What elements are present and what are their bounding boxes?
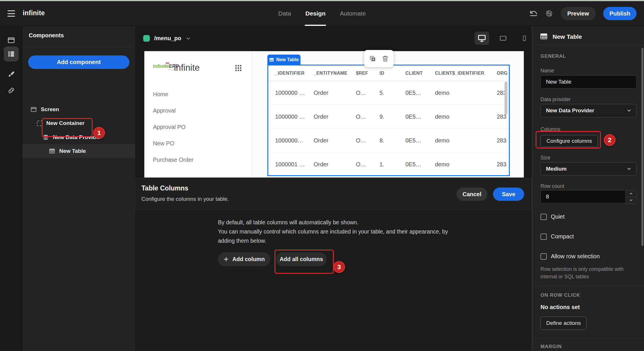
app-nav-item[interactable]: Purchase Order — [153, 152, 193, 168]
allow-row-selection-checkbox[interactable]: Allow row selection — [540, 253, 600, 260]
app-nav-item[interactable]: Home — [153, 86, 193, 103]
table-cell: Order — [314, 137, 356, 144]
undo-icon[interactable] — [530, 10, 538, 17]
components-panel: Components Add component Screen New Cont… — [22, 26, 135, 351]
quiet-label: Quiet — [551, 213, 565, 220]
chevron-down-icon — [626, 166, 632, 171]
table-cell: Order — [314, 90, 356, 96]
app-nav-item[interactable]: New PO — [153, 135, 193, 152]
tab-design[interactable]: Design — [305, 1, 326, 26]
table-cell: 0E5… — [405, 137, 435, 144]
name-input[interactable] — [540, 75, 637, 88]
publish-button[interactable]: Publish — [603, 7, 637, 20]
app-preview-title: infinite — [174, 63, 200, 73]
data-provider-icon — [43, 134, 49, 140]
table-icon — [269, 57, 274, 62]
divider — [532, 338, 644, 338]
app-nav-list: HomeApprovalApproval PONew POPurchase Or… — [153, 86, 193, 168]
stepper-down-icon[interactable] — [625, 197, 637, 204]
table-column-header: _IDENTIFIER — [275, 71, 314, 76]
theme-brush-icon[interactable] — [4, 67, 19, 82]
settings-scrollbar-thumb[interactable] — [641, 48, 643, 246]
preview-button[interactable]: Preview — [561, 7, 596, 20]
app-nav-item[interactable]: Approval PO — [153, 119, 193, 135]
tree-item-label: New Table — [59, 148, 86, 154]
drawer-subtitle: Configure the columns in your table. — [141, 196, 229, 202]
table-cell: 8. — [379, 137, 405, 144]
table-cell: O… — [356, 113, 379, 120]
table-row[interactable]: 1000000 …OrderO…9.0E5…demo283 — [268, 105, 509, 129]
define-actions-button[interactable]: Define actions — [540, 317, 586, 330]
compact-checkbox[interactable]: Compact — [540, 233, 574, 240]
table-cell: 283 — [497, 90, 510, 96]
device-preview-toggle — [474, 32, 532, 45]
components-layers-icon[interactable] — [4, 47, 19, 61]
screens-icon[interactable] — [4, 33, 19, 48]
add-all-columns-label: Add all columns — [280, 256, 323, 263]
add-component-button[interactable]: Add component — [28, 55, 129, 69]
row-selection-note: Row selection is only compatible with in… — [540, 265, 632, 280]
size-value: Medium — [546, 166, 567, 172]
left-icon-rail — [0, 26, 22, 351]
size-field-label: Size — [540, 155, 550, 161]
row-count-input[interactable] — [540, 190, 626, 203]
desktop-preview-icon[interactable] — [474, 32, 489, 45]
table-scrollbar-thumb[interactable] — [505, 82, 507, 115]
table-cell: Order — [314, 161, 356, 168]
tab-data[interactable]: Data — [278, 1, 292, 26]
table-cell: 1000000 … — [275, 113, 314, 120]
no-actions-text: No actions set — [540, 304, 580, 310]
tree-item-new-container[interactable]: New Container — [22, 116, 135, 130]
new-table-component[interactable]: _IDENTIFIER_ENTITYNAME$REFIDCLIENTCLIENT… — [267, 65, 510, 176]
stepper-up-icon[interactable] — [625, 190, 637, 197]
row-count-label: Row count — [540, 183, 564, 189]
annotation-badge-step3: 3 — [333, 261, 345, 273]
table-cell: demo — [435, 137, 497, 144]
tablet-preview-icon[interactable] — [496, 32, 511, 45]
app-offline-globe-icon[interactable] — [545, 9, 553, 18]
on-row-click-heading: ON ROW CLICK — [540, 292, 580, 298]
mobile-preview-icon[interactable] — [517, 32, 532, 45]
table-row[interactable]: 1000001 …OrderO…1.0E5…demo283 — [268, 153, 509, 176]
tree-item-new-data-provider[interactable]: New Data Provider — [22, 130, 135, 144]
navigation-link-icon[interactable] — [4, 83, 19, 98]
add-column-button[interactable]: Add column — [218, 252, 270, 266]
table-column-header: _ENTITYNAME — [314, 71, 356, 76]
table-column-header: CLIENT — [405, 71, 435, 76]
compact-label: Compact — [551, 233, 574, 240]
table-row[interactable]: 1000000…OrderO…8.0E5…demo283 — [268, 129, 509, 153]
duplicate-icon[interactable] — [369, 55, 376, 62]
infinity-logo-mark: ∞ — [166, 60, 169, 65]
app-nav-item[interactable]: Approval — [153, 103, 193, 119]
data-provider-select[interactable]: New Data Provider — [540, 104, 637, 117]
table-icon — [49, 148, 55, 154]
table-row[interactable]: 1000000 …OrderO…5.0E5…demo283 — [268, 81, 509, 105]
grid-dots-icon[interactable] — [234, 64, 242, 73]
cancel-button[interactable]: Cancel — [457, 188, 487, 201]
size-select[interactable]: Medium — [540, 162, 637, 176]
hamburger-menu-icon[interactable] — [7, 10, 15, 17]
columns-field-label: Columns — [540, 126, 560, 132]
delete-trash-icon[interactable] — [382, 55, 389, 62]
quiet-checkbox[interactable]: Quiet — [540, 213, 565, 220]
table-cell: O… — [356, 161, 379, 168]
tab-automate[interactable]: Automate — [339, 1, 366, 26]
table-cell: 1. — [379, 161, 405, 168]
row-count-stepper — [540, 190, 637, 203]
component-toolbar — [364, 50, 394, 67]
data-provider-label: Data provider — [540, 97, 571, 103]
selected-component-tab[interactable]: New Table — [267, 55, 300, 65]
configure-columns-button[interactable]: Configure columns — [540, 135, 598, 147]
divider — [22, 47, 135, 47]
route-status-dot — [143, 35, 150, 42]
tree-item-new-table[interactable]: New Table — [22, 144, 135, 158]
table-cell: O… — [356, 137, 379, 144]
container-icon — [37, 121, 42, 126]
table-cell: 0E5… — [405, 90, 435, 96]
save-button[interactable]: Save — [493, 188, 524, 201]
screen-route-selector[interactable]: /menu_po — [143, 35, 191, 42]
add-column-label: Add column — [232, 256, 265, 263]
tree-item-screen[interactable]: Screen — [22, 103, 135, 116]
general-section-heading: GENERAL — [540, 53, 566, 59]
add-all-columns-button[interactable]: Add all columns — [276, 252, 327, 266]
